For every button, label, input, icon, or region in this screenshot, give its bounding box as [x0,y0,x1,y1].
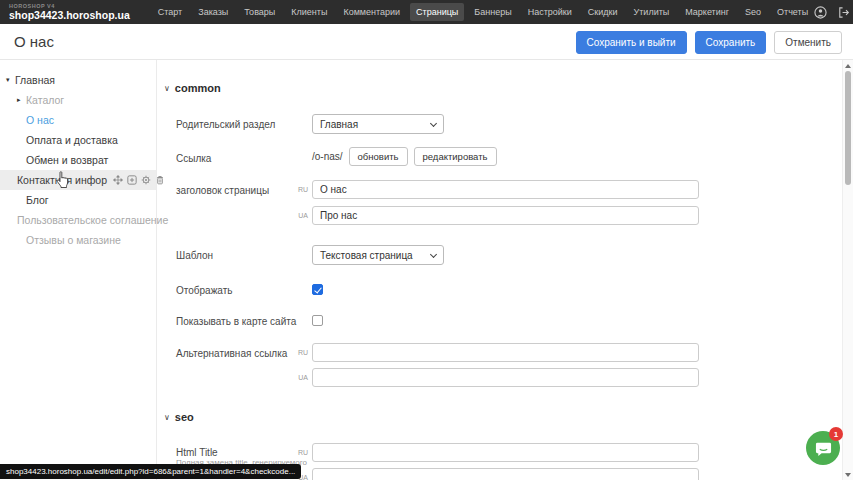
tree-item-user-agreement[interactable]: Пользовательское соглашение [0,210,156,230]
parent-section-label: Родительский раздел [176,119,275,130]
account-icon[interactable] [814,6,827,19]
header-actions: Сохранить и выйти Сохранить Отменить [576,31,843,54]
scrollbar-thumb[interactable] [845,71,851,185]
lang-tag-ru: RU [294,186,308,193]
nav-item-clients[interactable]: Клиенты [285,3,333,21]
nav-item-settings[interactable]: Настройки [522,3,578,21]
settings-icon[interactable] [141,175,151,185]
parent-section-select[interactable]: Главная [312,114,444,134]
link-row: /o-nas/ обновить редактировать [312,147,497,166]
save-and-exit-button[interactable]: Сохранить и выйти [576,31,687,54]
tree-item-home[interactable]: ▾ Главная [0,70,156,90]
lang-tag-ua: UA [294,374,308,381]
chevron-down-icon: ∨ [164,84,170,93]
tree-item-store-reviews[interactable]: Отзывы о магазине [0,230,156,250]
page-title-label: заголовок страницы [176,185,269,196]
tree-item-label: Обмен и возврат [26,154,108,166]
page-title: О нас [14,33,54,50]
status-bar-url: shop34423.horoshop.ua/edit/edit.php?id=6… [0,464,301,479]
add-icon[interactable] [127,175,137,185]
chat-bubble-icon [815,440,832,457]
chat-unread-badge: 1 [829,427,843,441]
lang-tag-ua: UA [294,212,308,219]
save-button[interactable]: Сохранить [695,31,767,54]
tree-item-label: Блог [26,194,49,206]
main-nav: Старт Заказы Товары Клиенты Комментарии … [152,3,814,21]
link-label: Ссылка [176,153,211,164]
nav-item-comments[interactable]: Комментарии [337,3,406,21]
sitemap-checkbox[interactable] [312,315,323,326]
nav-item-pages[interactable]: Страницы [410,3,464,21]
alt-link-label: Альтернативная ссылка [176,348,287,359]
tree-item-label: О нас [26,114,54,126]
page-title-ru-input[interactable] [312,180,699,199]
scroll-down-arrow[interactable] [843,469,853,480]
lang-tag-ru: RU [294,349,308,356]
tree-item-payment-delivery[interactable]: Оплата и доставка [0,130,156,150]
topbar: HOROSHOP V4 shop34423.horoshop.ua Старт … [0,0,853,24]
delete-icon[interactable] [155,175,165,185]
template-select[interactable]: Текстовая страница [312,245,444,265]
display-checkbox[interactable] [312,284,323,295]
page-tree-sidebar: ▾ Главная ▸ Каталог О нас Оплата и доста… [0,60,157,480]
nav-item-utilities[interactable]: Утилиты [628,3,676,21]
chat-widget-button[interactable]: 1 [806,431,840,465]
tree-item-about[interactable]: О нас [0,110,156,130]
tree-item-label: Главная [15,74,55,86]
nav-item-banners[interactable]: Баннеры [468,3,517,21]
nav-item-start[interactable]: Старт [152,3,188,21]
chevron-right-icon[interactable]: ▸ [17,96,26,104]
link-edit-button[interactable]: редактировать [414,147,497,166]
link-path: /o-nas/ [312,151,343,162]
nav-item-marketing[interactable]: Маркетинг [679,3,735,21]
scroll-up-arrow[interactable] [843,60,853,71]
chevron-down-icon: ∨ [164,413,170,422]
page-header: О нас Сохранить и выйти Сохранить Отмени… [0,24,853,60]
chevron-down-icon [430,251,437,258]
html-title-ru-input[interactable] [312,443,699,462]
template-label: Шаблон [176,250,213,261]
alt-link-ru-input[interactable] [312,343,699,362]
tree-item-exchange-return[interactable]: Обмен и возврат [0,150,156,170]
lang-tag-ru: RU [294,449,308,456]
html-title-ua-input[interactable] [312,468,699,480]
alt-link-ua-input[interactable] [312,368,699,387]
tree-item-blog[interactable]: Блог [0,190,156,210]
logout-icon[interactable] [837,6,850,19]
chevron-down-icon[interactable]: ▾ [6,76,15,84]
html-title-label: Html Title [176,447,218,458]
nav-item-seo[interactable]: Seo [739,3,767,21]
page-title-ua-input[interactable] [312,206,699,225]
tree-item-catalog[interactable]: ▸ Каталог [0,90,156,110]
logo-domain: shop34423.horoshop.ua [9,10,130,21]
tree-item-label: Каталог [26,94,64,106]
tree-item-label: Контактная инфор [17,174,107,186]
nav-item-orders[interactable]: Заказы [192,3,234,21]
tree-item-actions [113,175,165,185]
tree-item-label: Оплата и доставка [26,134,118,146]
tree-item-contact-info[interactable]: Контактная инфор [0,170,156,190]
tree-item-label: Пользовательское соглашение [17,214,168,226]
section-seo-header[interactable]: ∨seo [164,411,194,423]
display-label: Отображать [176,285,232,296]
chevron-down-icon [430,120,437,127]
section-common-header[interactable]: ∨common [164,82,221,94]
vertical-scrollbar[interactable] [842,60,853,480]
tree-item-label: Отзывы о магазине [26,234,121,246]
logo[interactable]: HOROSHOP V4 shop34423.horoshop.ua [9,4,130,21]
nav-item-reports[interactable]: Отчеты [771,3,814,21]
nav-item-discounts[interactable]: Скидки [582,3,624,21]
nav-item-products[interactable]: Товары [238,3,281,21]
move-icon[interactable] [113,175,123,185]
link-refresh-button[interactable]: обновить [349,147,408,166]
cancel-button[interactable]: Отменить [774,31,842,54]
sitemap-label: Показывать в карте сайта [176,316,296,327]
topbar-icons [814,6,850,19]
page-edit-form: ∨common Родительский раздел Главная Ссыл… [158,60,842,480]
